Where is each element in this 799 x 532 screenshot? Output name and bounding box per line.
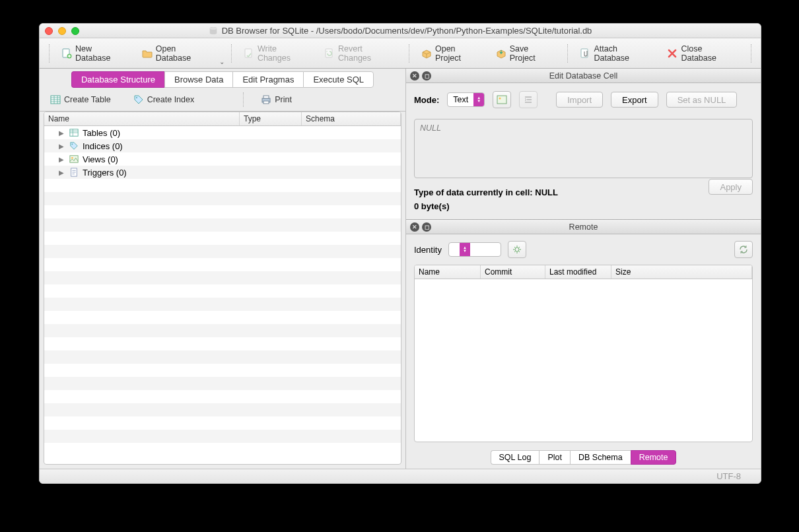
- tree-item-triggers[interactable]: ▶ Triggers (0): [44, 166, 401, 179]
- statusbar: UTF-8: [40, 469, 761, 483]
- panel-popout-icon[interactable]: ◻: [422, 222, 431, 232]
- panel-close-icon[interactable]: ✕: [410, 71, 419, 81]
- printer-icon: [261, 94, 271, 105]
- remote-panel: ✕ ◻ Remote Identity ▲▼: [406, 220, 761, 469]
- svg-point-1: [209, 27, 217, 30]
- revert-icon: [324, 48, 335, 59]
- tab-remote[interactable]: Remote: [631, 450, 677, 465]
- col-name[interactable]: Name: [415, 265, 481, 279]
- edit-cell-panel: ✕ ◻ Edit Database Cell Mode: Text ▲▼: [406, 69, 761, 220]
- label: New Database: [75, 44, 129, 63]
- label: Indices (0): [83, 141, 123, 151]
- app-window: DB Browser for SQLite - /Users/bodo/Docu…: [39, 23, 761, 484]
- indent-icon: [523, 94, 534, 105]
- col-name[interactable]: Name: [44, 112, 240, 125]
- panel-title: Edit Database Cell: [406, 71, 761, 81]
- encoding-indicator: UTF-8: [716, 471, 741, 481]
- insert-image-button[interactable]: [493, 91, 511, 108]
- traffic-lights: [45, 27, 79, 35]
- label: Open Database: [156, 44, 213, 63]
- remote-settings-button[interactable]: [508, 241, 526, 258]
- create-index-button[interactable]: Create Index: [128, 92, 200, 108]
- col-schema[interactable]: Schema: [302, 112, 401, 125]
- tag-icon: [133, 94, 144, 105]
- new-database-button[interactable]: New Database: [56, 42, 134, 65]
- save-project-button[interactable]: Save Project: [491, 42, 561, 65]
- minimize-window-button[interactable]: [58, 27, 66, 35]
- svg-point-13: [72, 144, 73, 145]
- tab-edit-pragmas[interactable]: Edit Pragmas: [232, 71, 303, 88]
- edit-cell-header: ✕ ◻ Edit Database Cell: [406, 69, 761, 83]
- tab-db-schema[interactable]: DB Schema: [570, 450, 631, 465]
- revert-changes-button: Revert Changes: [319, 42, 402, 65]
- svg-point-0: [209, 27, 217, 30]
- identity-label: Identity: [414, 245, 442, 255]
- tab-sql-log[interactable]: SQL Log: [491, 450, 539, 465]
- label: Save Project: [510, 44, 556, 63]
- tree-item-tables[interactable]: ▶ Tables (0): [44, 126, 401, 139]
- open-database-button[interactable]: Open Database: [137, 42, 218, 65]
- mode-label: Mode:: [414, 95, 439, 105]
- label: Attach Database: [594, 44, 654, 63]
- remote-refresh-button[interactable]: [734, 241, 753, 258]
- print-button[interactable]: Print: [256, 92, 297, 108]
- sync-icon: [738, 244, 749, 255]
- mode-select[interactable]: Text ▲▼: [447, 92, 485, 107]
- tree-body[interactable]: ▶ Tables (0) ▶ Indices (0) ▶ Views (0): [44, 126, 401, 464]
- structure-toolbar: Create Table Create Index Print: [40, 88, 405, 112]
- identity-select[interactable]: ▲▼: [448, 242, 501, 257]
- bottom-tabbar: SQL Log Plot DB Schema Remote: [406, 448, 761, 469]
- cell-content-textarea[interactable]: NULL: [414, 119, 753, 178]
- tab-execute-sql[interactable]: Execute SQL: [303, 71, 374, 88]
- svg-point-15: [71, 157, 73, 159]
- open-database-dropdown[interactable]: ⌄: [219, 58, 225, 68]
- col-size[interactable]: Size: [611, 265, 752, 279]
- label: Write Changes: [258, 44, 311, 63]
- chevron-updown-icon: ▲▼: [460, 243, 470, 256]
- image-icon: [69, 154, 79, 164]
- panel-popout-icon[interactable]: ◻: [422, 71, 431, 81]
- close-database-button[interactable]: Close Database: [662, 42, 744, 65]
- chevron-right-icon: ▶: [59, 156, 65, 163]
- tab-plot[interactable]: Plot: [539, 450, 570, 465]
- chevron-right-icon: ▶: [59, 143, 65, 150]
- picture-icon: [497, 94, 507, 105]
- panel-close-icon[interactable]: ✕: [410, 222, 419, 232]
- doc-icon: [69, 168, 79, 177]
- export-button[interactable]: Export: [611, 92, 658, 108]
- attach-database-button[interactable]: Attach Database: [574, 42, 659, 65]
- table-icon: [50, 94, 61, 105]
- label: Triggers (0): [83, 168, 127, 178]
- col-type[interactable]: Type: [240, 112, 302, 125]
- tag-icon: [69, 141, 79, 150]
- zoom-window-button[interactable]: [71, 27, 79, 35]
- remote-table: Name Commit Last modified Size: [414, 265, 753, 442]
- tree-item-views[interactable]: ▶ Views (0): [44, 152, 401, 166]
- database-icon: [209, 26, 218, 36]
- empty-rows: [44, 179, 401, 443]
- svg-rect-11: [263, 101, 269, 104]
- col-commit[interactable]: Commit: [481, 265, 545, 279]
- tab-database-structure[interactable]: Database Structure: [71, 71, 164, 88]
- document-new-icon: [61, 48, 72, 59]
- open-project-button[interactable]: Open Project: [416, 42, 488, 65]
- close-window-button[interactable]: [45, 27, 53, 35]
- close-x-icon: [667, 48, 677, 59]
- label: Create Table: [64, 95, 111, 104]
- apply-button: Apply: [709, 179, 753, 195]
- create-table-button[interactable]: Create Table: [45, 92, 116, 108]
- main-tabbar: Database Structure Browse Data Edit Prag…: [40, 69, 405, 88]
- svg-point-18: [499, 98, 501, 100]
- svg-point-19: [515, 248, 519, 251]
- tree-item-indices[interactable]: ▶ Indices (0): [44, 139, 401, 152]
- main-area: Database Structure Browse Data Edit Prag…: [40, 69, 406, 469]
- write-changes-button: Write Changes: [238, 42, 316, 65]
- chevron-right-icon: ▶: [59, 129, 65, 137]
- tab-browse-data[interactable]: Browse Data: [164, 71, 232, 88]
- import-button: Import: [556, 92, 603, 108]
- cell-bytes: 0 byte(s): [406, 200, 761, 219]
- remote-table-body[interactable]: [415, 279, 752, 442]
- col-last-modified[interactable]: Last modified: [545, 265, 611, 279]
- indent-button: [519, 91, 538, 108]
- panel-title: Remote: [406, 222, 761, 232]
